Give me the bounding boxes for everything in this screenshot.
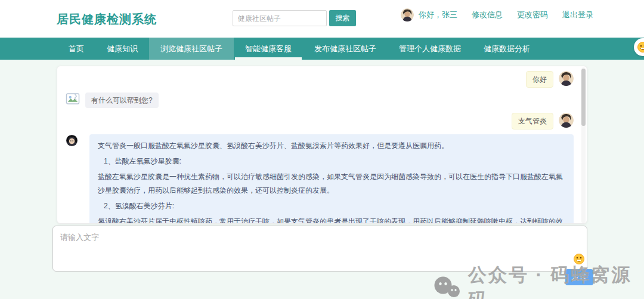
change-password-link[interactable]: 更改密码 bbox=[517, 10, 548, 20]
answer-paragraph: 盐酸左氧氟沙星胶囊是一种抗生素药物，可以治疗敏感细菌引发的感染，如果支气管炎是因… bbox=[98, 170, 565, 198]
answer-paragraph: 2、氢溴酸右美沙芬片: bbox=[98, 199, 565, 213]
main-nav: 首页 健康知识 浏览健康社区帖子 智能健康客服 发布健康社区帖子 管理个人健康数… bbox=[0, 38, 644, 60]
chat-history-panel[interactable]: 你好 有什么可以帮到您? 支气管炎 支气管炎一般口服盐酸左氧氟沙星胶囊、氢溴酸右… bbox=[57, 66, 587, 224]
chat-scrollbar-thumb[interactable] bbox=[581, 69, 586, 126]
chat-message-bot: 有什么可以帮到您? bbox=[66, 93, 574, 108]
search-button[interactable]: 搜索 bbox=[329, 10, 356, 26]
user-greeting: 你好，张三 bbox=[419, 10, 457, 20]
wechat-logo-icon bbox=[434, 276, 461, 299]
search-input[interactable] bbox=[233, 10, 327, 26]
nav-item-health-knowledge[interactable]: 健康知识 bbox=[95, 38, 149, 60]
smiley-face-icon bbox=[637, 42, 644, 53]
edit-info-link[interactable]: 修改信息 bbox=[472, 10, 503, 20]
chat-scrollbar[interactable] bbox=[581, 67, 586, 223]
app-title: 居民健康检测系统 bbox=[57, 11, 157, 27]
user-avatar-icon bbox=[401, 8, 414, 21]
nav-item-manage-personal-health-data[interactable]: 管理个人健康数据 bbox=[388, 38, 472, 60]
message-composer bbox=[52, 226, 587, 272]
search-bar: 搜索 bbox=[233, 10, 356, 26]
bot-message-bubble: 有什么可以帮到您? bbox=[85, 93, 159, 108]
message-input[interactable] bbox=[52, 226, 587, 272]
answer-paragraph: 氢溴酸右美沙芬片属于中枢性镇咳药，常用于治疗干咳，如果支气管炎的患者是出现了干咳… bbox=[98, 215, 565, 224]
user-message-bubble: 你好 bbox=[526, 71, 553, 88]
chat-message-user: 支气管炎 bbox=[66, 113, 574, 130]
nav-item-browse-community-posts[interactable]: 浏览健康社区帖子 bbox=[149, 38, 234, 60]
broken-image-icon bbox=[66, 93, 80, 105]
chat-message-user: 你好 bbox=[66, 71, 574, 88]
nav-item-smart-health-service[interactable]: 智能健康客服 bbox=[234, 38, 303, 60]
nav-item-health-data-analysis[interactable]: 健康数据分析 bbox=[472, 38, 541, 60]
top-header: 居民健康检测系统 搜索 你好，张三 修改信息 更改密码 退出登录 bbox=[0, 0, 644, 38]
app-window: 居民健康检测系统 搜索 你好，张三 修改信息 更改密码 退出登录 首页 健康知识… bbox=[0, 0, 644, 299]
user-avatar-icon bbox=[559, 71, 574, 86]
user-message-bubble: 支气管炎 bbox=[512, 113, 553, 130]
nav-item-publish-community-post[interactable]: 发布健康社区帖子 bbox=[303, 38, 388, 60]
user-area: 你好，张三 修改信息 更改密码 退出登录 bbox=[401, 8, 593, 21]
answer-paragraph: 支气管炎一般口服盐酸左氧氟沙星胶囊、氢溴酸右美沙芬片、盐酸氨溴索片等药效果好，但… bbox=[98, 139, 565, 153]
user-avatar-icon bbox=[559, 113, 574, 128]
bot-answer-bubble: 支气管炎一般口服盐酸左氧氟沙星胶囊、氢溴酸右美沙芬片、盐酸氨溴索片等药效果好，但… bbox=[89, 134, 574, 224]
nav-item-home[interactable]: 首页 bbox=[57, 38, 95, 60]
chat-message-bot-long: 支气管炎一般口服盐酸左氧氟沙星胶囊、氢溴酸右美沙芬片、盐酸氨溴索片等药效果好，但… bbox=[66, 134, 574, 224]
send-button[interactable]: 发送 bbox=[565, 269, 593, 285]
logout-link[interactable]: 退出登录 bbox=[562, 10, 593, 20]
answer-paragraph: 1、盐酸左氧氟沙星胶囊: bbox=[98, 155, 565, 168]
emoji-picker-icon[interactable] bbox=[574, 254, 584, 264]
service-bot-avatar-icon bbox=[66, 134, 78, 147]
